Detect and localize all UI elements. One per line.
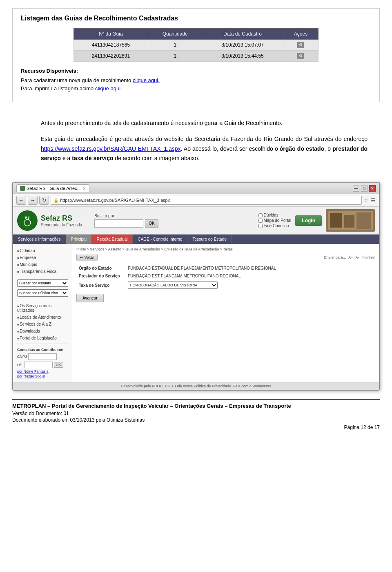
- browser-titlebar: Sefaz RS - Guia de Arrec... ✕ — □ ✕: [13, 183, 379, 194]
- text-section: Antes do preenchimento da tela de cadast…: [0, 106, 392, 178]
- login-button[interactable]: Login: [295, 215, 322, 226]
- enviar-para-btn[interactable]: Enviar para...: [324, 255, 346, 259]
- guias-title: Listagem das Guias de Recolhimento Cadas…: [21, 15, 371, 22]
- ie-input[interactable]: [24, 362, 53, 368]
- page-footer: METROPLAN – Portal de Gerenciamento de I…: [12, 399, 380, 430]
- guia-action[interactable]: ⚙: [283, 40, 318, 51]
- taxa-row: Taxa de Serviço HOMOLOGAÇÃO LAUDO DE VIS…: [76, 280, 375, 290]
- guia-number: 44113042187565: [74, 40, 148, 51]
- guias-table: Nº da Guia Quantidade Data de Cadastro A…: [74, 28, 319, 62]
- fale-checkbox[interactable]: Fale Conosco: [258, 223, 292, 228]
- right-actions: Enviar para... A+ A- Imprimir: [324, 255, 375, 259]
- maximize-button[interactable]: □: [361, 185, 368, 192]
- prestador-label: Prestador do Serviço: [76, 272, 125, 280]
- taxa-label: Taxa de Serviço: [76, 280, 125, 290]
- sefaz-subtitle: Secretaria da Fazenda: [41, 223, 82, 227]
- sefaz-sidebar: Cidadão Empresa Município Transparência …: [13, 244, 72, 382]
- menu-button[interactable]: ☰: [370, 197, 376, 203]
- search-button[interactable]: OK: [145, 219, 158, 228]
- sidebar-item-servicos-utilizados[interactable]: Os Serviços mais utilizados: [13, 302, 72, 314]
- voltar-button[interactable]: ↩ Voltar: [76, 254, 98, 261]
- nome-fantasia-link[interactable]: por Nome Fantasia: [13, 369, 72, 374]
- guia-date: 3/10/2013 15:44:55: [202, 51, 283, 62]
- duvidas-checkbox[interactable]: Dúvidas: [258, 213, 292, 217]
- footer-version: Versão do Documento: 01: [12, 411, 380, 416]
- sidebar-section-links: Cidadão Empresa Município Transparência …: [13, 247, 72, 275]
- mapa-checkbox[interactable]: Mapa do Portal: [258, 218, 292, 223]
- recursos-title: Recursos Disponíveis:: [21, 68, 371, 74]
- sidebar-divider-2: [17, 344, 68, 344]
- sidebar-item-municipio[interactable]: Município: [13, 261, 72, 268]
- sefaz-nav: Serviços e Informações Principal Receita…: [13, 235, 379, 244]
- orgao-label: Órgão do Estado: [76, 264, 125, 272]
- sidebar-item-cidadao[interactable]: Cidadão: [13, 247, 72, 254]
- taxa-select-cell: HOMOLOGAÇÃO LAUDO DE VISTORIA: [125, 280, 375, 290]
- nova-guia-link[interactable]: clique aqui.: [133, 77, 160, 83]
- font-decrease-btn[interactable]: A-: [356, 255, 359, 259]
- sidebar-item-empresa[interactable]: Empresa: [13, 254, 72, 261]
- nav-item-servicos[interactable]: Serviços e Informações: [13, 235, 66, 244]
- buscar-publico-select[interactable]: Buscar por Público Alvo: [17, 289, 68, 297]
- refresh-button[interactable]: ↻: [39, 196, 49, 205]
- imprimir-link[interactable]: clique aqui.: [95, 85, 122, 92]
- search-input[interactable]: [94, 219, 143, 228]
- back-button[interactable]: ←: [16, 196, 26, 205]
- close-button[interactable]: ✕: [369, 185, 376, 192]
- sefaz-footer: Desenvolvido pela PROCERGS. Leia nossa P…: [13, 382, 379, 390]
- orgao-value: FUNDACAO ESTADUAL DE PLANEJAMENTO METROP…: [125, 264, 375, 272]
- guia-qty: 1: [148, 40, 202, 51]
- svg-rect-7: [356, 212, 371, 229]
- sidebar-item-legislacao[interactable]: Portal de Legislação: [13, 335, 72, 342]
- lock-icon: 🔒: [53, 198, 58, 203]
- sefaz-right-content: Inicial > Serviços > Assunto > Guia de A…: [72, 244, 379, 382]
- guia-number: 24113042202891: [74, 51, 148, 62]
- prestador-row: Prestador do Serviço FUNDAÇÃO EST PLANEJ…: [76, 272, 375, 280]
- sidebar-item-locais[interactable]: Locais de Atendimento: [13, 314, 72, 321]
- recursos-section: Recursos Disponíveis: Para cadastrar uma…: [21, 68, 371, 92]
- search-label: Buscar por: [94, 214, 158, 218]
- gear-icon[interactable]: ⚙: [297, 53, 304, 59]
- col-header-quantidade: Quantidade: [148, 29, 202, 40]
- footer-page-number: Página 12 de 17: [12, 425, 380, 430]
- sefaz-link[interactable]: https://www.sefaz.rs.gov.br/SAR/GAU-EMI-…: [41, 145, 181, 152]
- font-increase-btn[interactable]: A+: [348, 255, 353, 259]
- guia-action[interactable]: ⚙: [283, 51, 318, 62]
- address-bar[interactable]: 🔒 https://www.sefaz.rs.gov.br/SAR/GAU-EM…: [51, 196, 362, 205]
- sidebar-item-downloads[interactable]: Downloads: [13, 328, 72, 335]
- bookmark-button[interactable]: ☆: [363, 197, 369, 203]
- cnpj-label: CNPJ: [17, 355, 27, 359]
- nav-item-principal[interactable]: Principal: [66, 235, 92, 244]
- avancar-button[interactable]: Avançar: [76, 294, 104, 302]
- nav-item-receita[interactable]: Receita Estadual: [92, 235, 133, 244]
- ie-label: I.E.: [17, 363, 23, 367]
- breadcrumb: Inicial > Serviços > Assunto > Guia de A…: [76, 247, 375, 251]
- nav-item-tesouro[interactable]: Tesouro do Estado: [187, 235, 232, 244]
- cnpj-input[interactable]: [28, 353, 57, 360]
- taxa-select[interactable]: HOMOLOGAÇÃO LAUDO DE VISTORIA: [128, 282, 218, 289]
- guia-date: 3/10/2013 15:07:07: [202, 40, 283, 51]
- sidebar-item-servicos-az[interactable]: Serviços de A a Z: [13, 321, 72, 328]
- minimize-button[interactable]: —: [353, 185, 359, 192]
- sefaz-website: RS Sefaz RS Secretaria da Fazenda Buscar…: [13, 207, 379, 390]
- window-controls: — □ ✕: [353, 185, 376, 192]
- sidebar-item-transparencia[interactable]: Transparência Fiscal: [13, 268, 72, 275]
- cnpj-row: CNPJ: [13, 353, 72, 361]
- svg-rect-6: [344, 215, 354, 228]
- tab-label: Sefaz RS - Guia de Arrec...: [27, 186, 81, 191]
- sefaz-name: Sefaz RS: [41, 214, 82, 223]
- ie-ok-button[interactable]: OK: [54, 362, 63, 368]
- table-row: 24113042202891 1 3/10/2013 15:44:55 ⚙: [74, 51, 318, 62]
- tab-close-icon[interactable]: ✕: [82, 186, 86, 191]
- gear-icon[interactable]: ⚙: [297, 42, 304, 48]
- buscar-assunto-select[interactable]: Buscar por Assunto: [17, 279, 68, 287]
- sefaz-logo: RS: [17, 210, 38, 231]
- tab-favicon: [20, 186, 25, 191]
- razao-social-link[interactable]: por Razão Social: [13, 374, 72, 379]
- browser-tab[interactable]: Sefaz RS - Guia de Arrec... ✕: [16, 184, 89, 192]
- nav-item-cage[interactable]: CAGE - Controle Interno: [133, 235, 187, 244]
- top-section: Listagem das Guias de Recolhimento Cadas…: [0, 0, 392, 106]
- svg-point-0: [18, 211, 37, 230]
- forward-button[interactable]: →: [28, 196, 38, 205]
- col-header-data: Data de Cadastro: [202, 29, 283, 40]
- print-btn[interactable]: Imprimir: [362, 255, 375, 259]
